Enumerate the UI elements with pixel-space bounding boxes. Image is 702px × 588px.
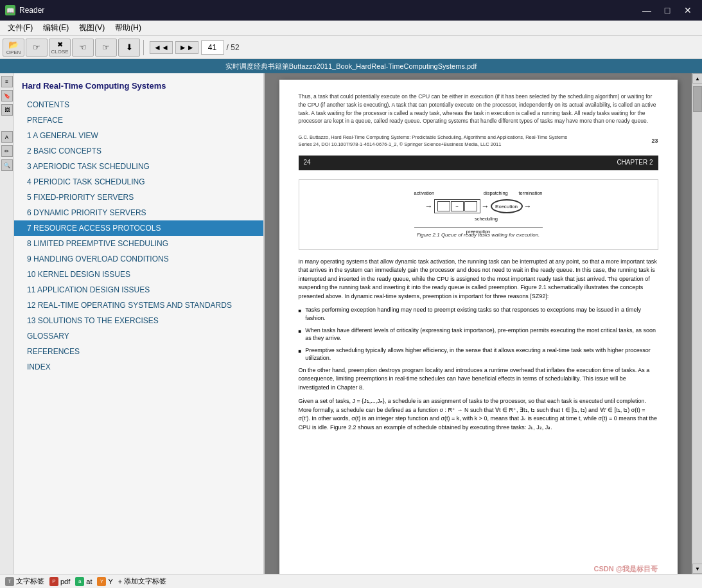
pdf-top-text: Thus, a task that could potentially exec… xyxy=(299,93,658,125)
toc-panel: Hard Real-Time Computing Systems CONTENT… xyxy=(14,73,265,574)
sidebar-icon-4[interactable]: A xyxy=(1,131,13,143)
page-number-input[interactable] xyxy=(201,40,224,55)
queue-box-2 xyxy=(464,201,477,211)
toc-ch10[interactable]: 10 KERNEL DESIGN ISSUES xyxy=(14,267,263,282)
close-doc-button[interactable]: ✖ CLOSE xyxy=(49,39,71,57)
diagram-main-row: → ·· → Execution xyxy=(425,199,532,213)
bottom-icon-3: a xyxy=(75,577,84,586)
pdf-page: Thus, a task that could potentially exec… xyxy=(279,80,678,574)
close-label: CLOSE xyxy=(51,49,68,55)
sidebar-icon-5[interactable]: ✏ xyxy=(1,145,13,157)
bottom-item-3[interactable]: a at xyxy=(75,577,92,586)
pdf-footer-citation: G.C. Buttazzo, Hard Real-Time Computing … xyxy=(299,134,568,148)
first-page-button[interactable]: ◄◄ xyxy=(150,41,173,54)
scheduling-label: scheduling xyxy=(475,216,498,223)
menu-view[interactable]: 视图(V) xyxy=(74,21,110,35)
toc-ch3[interactable]: 3 APERIODIC TASK SCHEDULING xyxy=(14,159,263,174)
open-button[interactable]: 📂 OPEN xyxy=(3,39,24,57)
menu-help[interactable]: 帮助(H) xyxy=(110,21,146,35)
doc-title-bar: 实时调度经典书籍第Buttazzo2011_Book_HardReal-Time… xyxy=(0,59,702,73)
toc-index[interactable]: INDEX xyxy=(14,359,263,375)
preemption-label: preemption xyxy=(466,229,491,236)
page-total: / 52 xyxy=(227,43,240,52)
doc-title-text: 实时调度经典书籍第Buttazzo2011_Book_HardReal-Time… xyxy=(225,62,477,71)
bottom-item-2[interactable]: P pdf xyxy=(49,577,70,586)
prev-hand-button[interactable]: ☜ xyxy=(72,39,94,57)
queue-container: ·· xyxy=(434,199,480,213)
pdf-viewer[interactable]: Thus, a task that could potentially exec… xyxy=(265,73,692,574)
watermark: CSDN @我是标目哥 xyxy=(594,564,658,574)
close-button[interactable]: ✕ xyxy=(679,3,697,17)
bottom-icon-2: P xyxy=(49,577,58,586)
pdf-footer-page: 23 xyxy=(651,137,658,145)
bullet-marker-1: ■ xyxy=(299,307,302,322)
page-navigation: ◄◄ ►► / 52 xyxy=(150,40,240,55)
arrow-out: → xyxy=(524,201,532,212)
menu-bar: 文件(F) 编辑(E) 视图(V) 帮助(H) xyxy=(0,21,702,36)
toc-ch6[interactable]: 6 DYNAMIC PRIORITY SERVERS xyxy=(14,205,263,220)
bottom-icon-4: Y xyxy=(97,577,106,586)
menu-file[interactable]: 文件(F) xyxy=(3,21,38,35)
toc-ch13[interactable]: 13 SOLUTIONS TO THE EXERCISES xyxy=(14,313,263,328)
toc-ch2[interactable]: 2 BASIC CONCEPTS xyxy=(14,143,263,159)
scroll-down-arrow[interactable]: ▼ xyxy=(692,564,702,574)
bullet-1: ■ Tasks performing exception handling ma… xyxy=(299,306,658,322)
bullet-2: ■ When tasks have different levels of cr… xyxy=(299,326,658,343)
dispatching-label: dispatching xyxy=(484,190,508,197)
scheduling-label-row: scheduling xyxy=(455,216,501,223)
sidebar-icon-1[interactable]: ≡ xyxy=(1,76,13,87)
bottom-label-2: pdf xyxy=(60,578,70,585)
bottom-label-4: Y xyxy=(108,578,112,585)
app-icon: 📖 xyxy=(5,5,15,15)
toc-book-title: Hard Real-Time Computing Systems xyxy=(14,78,263,97)
arrow-in: → xyxy=(425,201,433,212)
minimize-button[interactable]: — xyxy=(638,3,656,17)
bottom-item-4[interactable]: Y Y xyxy=(97,577,112,586)
bottom-item-1[interactable]: T 文字标签 xyxy=(5,576,44,586)
toc-ch1[interactable]: 1 A GENERAL VIEW xyxy=(14,128,263,143)
toc-ch8[interactable]: 8 LIMITED PREEMPTIVE SCHEDULING xyxy=(14,236,263,251)
down-button[interactable]: ⬇ xyxy=(118,39,140,57)
scroll-up-arrow[interactable]: ▲ xyxy=(692,73,702,84)
sidebar-icon-2[interactable]: 🔖 xyxy=(1,90,13,102)
right-scrollbar[interactable]: ▲ ▼ xyxy=(692,73,702,574)
activation-label: activation xyxy=(414,190,435,197)
bottom-label-1: 文字标签 xyxy=(16,576,44,586)
last-page-button[interactable]: ►► xyxy=(175,41,198,54)
body-para-1: In many operating systems that allow dyn… xyxy=(299,258,658,301)
figure-area: activation dispatching termination → ·· xyxy=(299,179,658,250)
title-bar-text: Reader xyxy=(19,6,638,15)
sidebar-icon-3[interactable]: 🖼 xyxy=(1,104,13,116)
bottom-label-5: 添加文字标签 xyxy=(124,576,166,586)
toc-ch12[interactable]: 12 REAL-TIME OPERATING SYSTEMS AND STAND… xyxy=(14,298,263,313)
sidebar-icon-6[interactable]: 🔍 xyxy=(1,159,13,171)
menu-edit[interactable]: 编辑(E) xyxy=(38,21,74,35)
next-hand-button[interactable]: ☞ xyxy=(95,39,117,57)
hand-tool-button[interactable]: ☞ xyxy=(26,39,48,57)
chapter-title: CHAPTER 2 xyxy=(617,158,653,168)
termination-label: termination xyxy=(518,190,542,197)
toc-ch5[interactable]: 5 FIXED-PRIORITY SERVERS xyxy=(14,190,263,205)
bottom-item-5[interactable]: + 添加文字标签 xyxy=(118,576,166,586)
toolbar: 📂 OPEN ☞ ✖ CLOSE ☜ ☞ ⬇ ◄◄ ►► / 52 xyxy=(0,36,702,59)
body-para-3: Given a set of tasks, J = {J₁,...,Jₙ}, a… xyxy=(299,397,658,432)
toc-glossary[interactable]: GLOSSARY xyxy=(14,328,263,344)
main-area: ≡ 🔖 🖼 A ✏ 🔍 Hard Real-Time Computing Sys… xyxy=(0,73,702,574)
toc-references[interactable]: REFERENCES xyxy=(14,344,263,359)
toc-ch4[interactable]: 4 PERIODIC TASK SCHEDULING xyxy=(14,174,263,190)
sidebar-icons: ≡ 🔖 🖼 A ✏ 🔍 xyxy=(0,73,14,574)
toc-ch11[interactable]: 11 APPLICATION DESIGN ISSUES xyxy=(14,282,263,298)
queue-box-1 xyxy=(437,201,450,211)
maximize-button[interactable]: □ xyxy=(658,3,676,17)
bottom-bar: T 文字标签 P pdf a at Y Y + 添加文字标签 xyxy=(0,574,702,588)
toc-preface[interactable]: PREFACE xyxy=(14,112,263,128)
title-bar-controls: — □ ✕ xyxy=(638,3,697,17)
queue-ellipsis: ·· xyxy=(451,201,464,211)
toc-contents[interactable]: CONTENTS xyxy=(14,97,263,112)
toc-ch7[interactable]: 7 RESOURCE ACCESS PROTOCOLS xyxy=(14,220,263,236)
execution-box: Execution xyxy=(491,199,523,213)
pdf-footer: G.C. Buttazzo, Hard Real-Time Computing … xyxy=(299,134,658,148)
toolbar-separator-1 xyxy=(143,40,144,55)
scroll-thumb[interactable] xyxy=(693,86,702,112)
toc-ch9[interactable]: 9 HANDLING OVERLOAD CONDITIONS xyxy=(14,251,263,267)
